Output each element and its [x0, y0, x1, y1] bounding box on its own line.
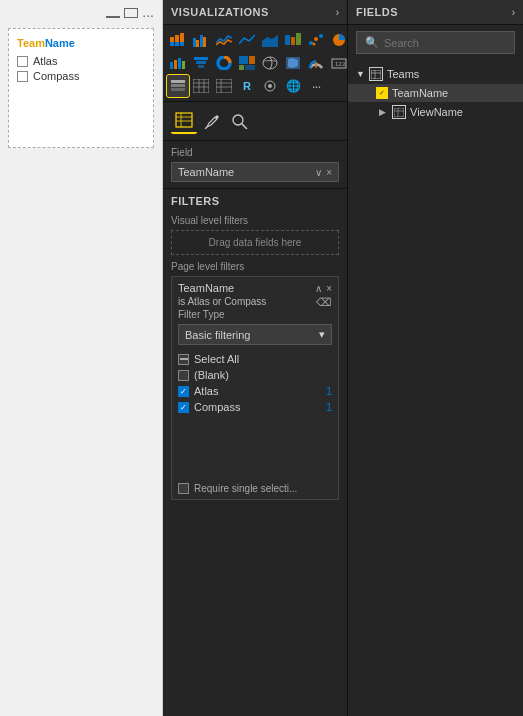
globe-viz-icon[interactable]: 🌐: [282, 75, 304, 97]
donut-chart-icon[interactable]: [213, 52, 235, 74]
tree-group-teams: ▼ Teams ✓ TeamName ▶ ViewName: [348, 64, 523, 122]
compass-filter-checkbox[interactable]: [178, 402, 189, 413]
svg-rect-25: [198, 65, 204, 68]
svg-rect-61: [394, 108, 404, 117]
more-visuals-icon[interactable]: ···: [305, 75, 327, 97]
line-chart-icon[interactable]: [236, 29, 258, 51]
filter-item-select-all: Select All: [178, 351, 332, 367]
viz-panel-chevron[interactable]: ›: [336, 7, 339, 18]
fields-sub-icon[interactable]: [171, 108, 197, 134]
require-single-row: Require single selecti...: [178, 483, 332, 494]
line-area-icon[interactable]: [213, 29, 235, 51]
svg-rect-21: [178, 58, 181, 69]
atlas-checkbox[interactable]: [17, 56, 28, 67]
matrix-icon[interactable]: [213, 75, 235, 97]
restore-icon[interactable]: [124, 8, 138, 18]
table-icon: [369, 67, 383, 81]
visual-item-compass: Compass: [17, 70, 145, 82]
svg-rect-30: [245, 65, 255, 70]
svg-rect-58: [371, 70, 381, 79]
fields-panel-chevron[interactable]: ›: [512, 7, 515, 18]
teamname-field-label: TeamName: [392, 87, 448, 99]
filter-close-icon[interactable]: ×: [326, 283, 332, 294]
atlas-label: Atlas: [33, 55, 57, 67]
format-sub-icon[interactable]: [199, 108, 225, 134]
treemap-icon[interactable]: [236, 52, 258, 74]
tree-field-teamname[interactable]: ✓ TeamName: [348, 84, 523, 102]
filters-section: FILTERS Visual level filters Drag data f…: [163, 189, 347, 716]
select-all-checkbox[interactable]: [178, 354, 189, 365]
filter-type-value: Basic filtering: [185, 329, 250, 341]
search-input[interactable]: [384, 37, 506, 49]
chevron-down-icon: ∨: [315, 167, 322, 178]
svg-point-14: [309, 41, 313, 45]
clustered-bar-icon[interactable]: [190, 29, 212, 51]
slicer-icon[interactable]: [167, 75, 189, 97]
atlas-filter-checkbox[interactable]: [178, 386, 189, 397]
scatter-chart-icon[interactable]: [305, 29, 327, 51]
svg-rect-38: [171, 84, 185, 87]
filter-card-actions: ∧ ×: [315, 283, 332, 294]
visualizations-panel: VISUALIZATIONS ›: [163, 0, 348, 716]
filter-chevron-up-icon[interactable]: ∧: [315, 283, 322, 294]
funnel-icon[interactable]: [190, 52, 212, 74]
svg-rect-39: [171, 88, 185, 91]
svg-rect-6: [193, 38, 196, 47]
svg-rect-3: [175, 42, 179, 46]
r-script-viz-icon[interactable]: R: [236, 75, 258, 97]
svg-rect-40: [193, 79, 209, 93]
more-options-icon[interactable]: ···: [142, 8, 154, 22]
page-level-label: Page level filters: [171, 261, 339, 272]
area-chart-icon[interactable]: [259, 29, 281, 51]
stacked-bar-icon[interactable]: [167, 29, 189, 51]
svg-rect-28: [249, 56, 255, 64]
svg-rect-20: [174, 60, 177, 69]
card-icon[interactable]: 123: [328, 52, 348, 74]
filter-item-compass: Compass 1: [178, 399, 332, 415]
viewname-field-label: ViewName: [410, 106, 463, 118]
svg-rect-13: [296, 33, 301, 45]
svg-rect-29: [239, 65, 244, 70]
close-field-icon[interactable]: ×: [326, 167, 332, 178]
fields-panel-header: FIELDS ›: [348, 0, 523, 25]
svg-rect-2: [175, 35, 179, 42]
field-section: Field TeamName ∨ ×: [163, 141, 347, 189]
atlas-count: 1: [326, 385, 332, 397]
gauge-icon[interactable]: [305, 52, 327, 74]
python-icon[interactable]: [259, 75, 281, 97]
filter-card-header: TeamName ∧ ×: [178, 282, 332, 294]
filter-type-dropdown[interactable]: Basic filtering ▾: [178, 324, 332, 345]
select-all-label: Select All: [194, 353, 239, 365]
table-viz-icon[interactable]: [190, 75, 212, 97]
filled-map-icon[interactable]: [282, 52, 304, 74]
viz-panel-header: VISUALIZATIONS ›: [163, 0, 347, 25]
blank-label: (Blank): [194, 369, 229, 381]
map-icon[interactable]: [259, 52, 281, 74]
filter-type-arrow: ▾: [319, 328, 325, 341]
svg-rect-8: [200, 35, 203, 47]
drag-zone[interactable]: Drag data fields here: [171, 230, 339, 255]
filter-eraser-icon[interactable]: ⌫: [316, 296, 332, 309]
title-part2: Name: [45, 37, 75, 49]
require-single-checkbox[interactable]: [178, 483, 189, 494]
svg-rect-7: [196, 40, 199, 47]
analytics-sub-icon[interactable]: [227, 108, 253, 134]
svg-point-15: [314, 37, 318, 41]
fields-panel: FIELDS › 🔍 ▼ Teams ✓ TeamName ▶: [348, 0, 523, 716]
minimize-icon[interactable]: [106, 8, 120, 18]
ribbon-chart-icon[interactable]: [282, 29, 304, 51]
tree-arrow-icon: ▼: [356, 69, 365, 79]
filter-card-name: TeamName: [178, 282, 234, 294]
tree-field-viewname[interactable]: ▶ ViewName: [348, 102, 523, 122]
field-dropdown[interactable]: TeamName ∨ ×: [171, 162, 339, 182]
pie-chart-icon[interactable]: [328, 29, 348, 51]
tree-group-teams-header[interactable]: ▼ Teams: [348, 64, 523, 84]
search-box[interactable]: 🔍: [356, 31, 515, 54]
filter-item-atlas: Atlas 1: [178, 383, 332, 399]
svg-line-57: [242, 124, 248, 130]
svg-rect-4: [180, 33, 184, 42]
blank-checkbox[interactable]: [178, 370, 189, 381]
compass-checkbox[interactable]: [17, 71, 28, 82]
waterfall-icon[interactable]: [167, 52, 189, 74]
teams-group-label: Teams: [387, 68, 419, 80]
